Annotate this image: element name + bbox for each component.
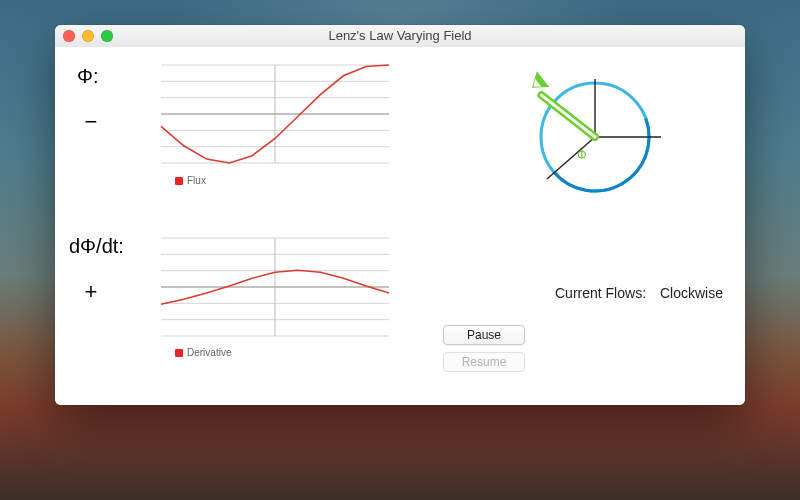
resume-button[interactable]: Resume — [443, 352, 525, 372]
flux-chart — [155, 59, 395, 169]
flux-legend: Flux — [175, 175, 206, 186]
flux-sign: − — [81, 109, 101, 135]
flux-legend-text: Flux — [187, 175, 206, 186]
window-title: Lenz's Law Varying Field — [328, 28, 471, 43]
minimize-icon[interactable] — [82, 30, 94, 42]
current-flows-value: Clockwise — [660, 285, 723, 301]
zoom-icon[interactable] — [101, 30, 113, 42]
legend-swatch-icon — [175, 177, 183, 185]
svg-line-20 — [541, 95, 595, 137]
deriv-chart — [155, 232, 395, 342]
phi-arrow-label: Φ — [577, 148, 587, 162]
deriv-label: dΦ/dt: — [69, 235, 124, 258]
deriv-legend-text: Derivative — [187, 347, 231, 358]
app-window: Lenz's Law Varying Field Φ: − Flux dΦ/dt… — [55, 25, 745, 405]
pause-button[interactable]: Pause — [443, 325, 525, 345]
legend-swatch-icon — [175, 349, 183, 357]
current-flows-label: Current Flows: — [555, 285, 646, 301]
close-icon[interactable] — [63, 30, 75, 42]
deriv-legend: Derivative — [175, 347, 231, 358]
desktop-background: Lenz's Law Varying Field Φ: − Flux dΦ/dt… — [0, 0, 800, 500]
flux-label: Φ: — [77, 65, 99, 88]
deriv-sign: + — [81, 279, 101, 305]
window-titlebar[interactable]: Lenz's Law Varying Field — [55, 25, 745, 48]
traffic-lights — [63, 30, 113, 42]
loop-diagram: Φ — [495, 65, 685, 225]
window-content: Φ: − Flux dΦ/dt: + Derivative Φ Current … — [55, 47, 745, 405]
